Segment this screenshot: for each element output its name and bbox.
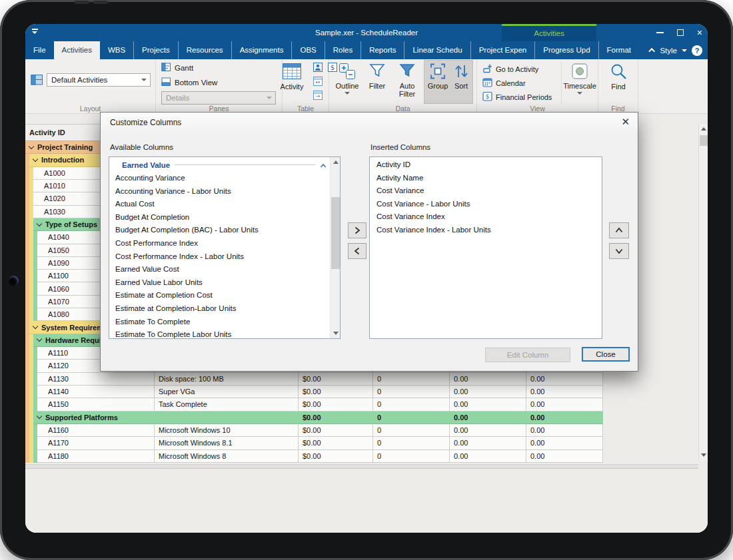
collapse-chevron-icon[interactable] bbox=[33, 324, 38, 329]
collapse-category-icon[interactable] bbox=[320, 159, 327, 171]
filter-button[interactable]: Filter bbox=[364, 63, 390, 91]
tab-format[interactable]: Format bbox=[598, 41, 639, 59]
activity-id: A1030 bbox=[37, 208, 65, 216]
available-column-item[interactable]: Estimate at Completion-Labor Units bbox=[110, 302, 329, 316]
available-column-item[interactable]: Actual Cost bbox=[110, 198, 329, 211]
tab-resources[interactable]: Resources bbox=[178, 41, 231, 59]
chevron-right-icon bbox=[354, 226, 361, 234]
sort-button[interactable]: Sort bbox=[450, 63, 472, 91]
scrollbar-thumb[interactable] bbox=[331, 197, 340, 269]
layout-view-combo[interactable]: Default Activities bbox=[47, 73, 151, 87]
activity-row[interactable]: A1150Task Complete$0.0000.000.00 bbox=[25, 398, 603, 411]
close-button[interactable]: × bbox=[697, 29, 702, 36]
dialog-title-bar: Customize Columns bbox=[101, 113, 638, 133]
inserted-column-item[interactable]: Cost Variance Index bbox=[371, 210, 600, 224]
expand-columns-icon[interactable]: ↔ bbox=[313, 77, 323, 89]
scroll-up-icon[interactable] bbox=[699, 124, 708, 134]
collapse-chevron-icon[interactable] bbox=[37, 414, 42, 419]
available-column-item[interactable]: Accounting Variance - Labor Units bbox=[110, 185, 329, 198]
tab-projects[interactable]: Projects bbox=[133, 41, 178, 59]
find-button[interactable]: Find bbox=[605, 63, 632, 91]
move-down-button[interactable] bbox=[609, 243, 629, 259]
financial-periods-button[interactable]: $ Financial Periods bbox=[482, 91, 552, 103]
help-icon[interactable]: ? bbox=[692, 45, 702, 56]
available-column-item[interactable]: Estimate To Complete Labor Units bbox=[110, 328, 329, 339]
available-column-item[interactable]: Budget At Completion bbox=[110, 211, 329, 224]
collapse-chevron-icon[interactable] bbox=[37, 220, 42, 226]
available-column-item[interactable]: Budget At Completion (BAC) - Labor Units bbox=[110, 224, 329, 237]
svg-text:$: $ bbox=[485, 93, 489, 100]
collapse-chevron-icon[interactable] bbox=[37, 336, 42, 342]
calendar-button[interactable]: Calendar bbox=[482, 77, 526, 89]
tab-linear-schedu[interactable]: Linear Schedu bbox=[404, 41, 470, 59]
scroll-down-icon[interactable] bbox=[699, 450, 708, 460]
activity-row[interactable]: A1170Microsoft Windows 8.1$0.0000.000.00 bbox=[25, 437, 603, 449]
style-menu[interactable]: Style bbox=[660, 47, 677, 55]
minimize-button[interactable] bbox=[656, 32, 664, 33]
move-left-button[interactable] bbox=[348, 243, 366, 259]
inserted-columns-list[interactable]: Activity IDActivity NameCost VarianceCos… bbox=[369, 156, 602, 339]
outline-button[interactable]: Outline bbox=[332, 63, 363, 95]
available-column-item[interactable]: Cost Performance Index - Labor Units bbox=[110, 250, 329, 264]
tab-reports[interactable]: Reports bbox=[361, 41, 404, 59]
available-column-item[interactable]: Earned Value Cost bbox=[110, 263, 329, 276]
bottom-view-toggle[interactable]: Bottom View bbox=[161, 77, 217, 88]
tab-assignments[interactable]: Assignments bbox=[231, 41, 292, 59]
tablet-frame: Sample.xer - ScheduleReader Activities ×… bbox=[0, 0, 733, 560]
close-dialog-button[interactable]: Close bbox=[582, 347, 630, 362]
move-right-button[interactable] bbox=[348, 222, 366, 238]
inserted-column-item[interactable]: Cost Variance - Labor Units bbox=[371, 198, 600, 211]
go-to-activity-button[interactable]: Go to Activity bbox=[482, 63, 538, 75]
category-header[interactable]: Earned Value bbox=[110, 158, 329, 172]
inserted-column-item[interactable]: Activity Name bbox=[371, 172, 600, 185]
available-column-item[interactable]: Earned Value Labor Units bbox=[110, 276, 329, 290]
available-columns-list[interactable]: Earned ValueAccounting VarianceAccountin… bbox=[109, 156, 341, 339]
scroll-up-icon[interactable] bbox=[331, 157, 341, 167]
tab-file[interactable]: File bbox=[25, 41, 54, 59]
inserted-column-item[interactable]: Cost Variance Index - Labor Units bbox=[371, 224, 600, 237]
vertical-scrollbar[interactable] bbox=[698, 124, 708, 460]
style-dropdown-icon[interactable] bbox=[682, 49, 687, 52]
tab-roles[interactable]: Roles bbox=[325, 41, 361, 59]
scroll-down-icon[interactable] bbox=[331, 328, 341, 338]
group-button[interactable]: Group bbox=[425, 63, 450, 91]
activity-row[interactable]: A1140Super VGa$0.0000.000.00 bbox=[25, 386, 603, 398]
tab-progress-upd[interactable]: Progress Upd bbox=[534, 41, 598, 59]
activity-id: A1160 bbox=[41, 426, 69, 434]
scrollbar-thumb[interactable] bbox=[700, 135, 708, 146]
maximize-button[interactable] bbox=[677, 29, 684, 36]
activity-row[interactable]: A1130Disk space: 100 MB$0.0000.000.00 bbox=[25, 373, 603, 386]
tab-obs[interactable]: OBS bbox=[291, 41, 324, 59]
available-column-item[interactable]: Cost Performance Index bbox=[110, 237, 329, 250]
horizontal-scrollbar[interactable] bbox=[25, 464, 698, 469]
collapse-chevron-icon[interactable] bbox=[33, 156, 38, 162]
ribbon-group-panes: Gantt Bottom View Details Panes bbox=[156, 59, 283, 113]
tab-activities[interactable]: Activities bbox=[54, 41, 100, 59]
dialog-close-icon[interactable]: ✕ bbox=[621, 117, 630, 127]
chevron-up-icon bbox=[615, 227, 623, 234]
calendar-icon bbox=[482, 77, 492, 89]
value-cell: 0 bbox=[373, 450, 450, 463]
collapse-chevron-icon[interactable] bbox=[29, 143, 34, 148]
inserted-column-item[interactable]: Activity ID bbox=[371, 158, 600, 172]
activity-row[interactable]: A1180Microsoft Windows 8$0.0000.000.00 bbox=[25, 450, 603, 463]
activity-table-button[interactable]: Activity bbox=[272, 62, 312, 91]
tab-wbs[interactable]: WBS bbox=[100, 41, 133, 59]
list-scrollbar[interactable] bbox=[330, 157, 340, 338]
group-row[interactable]: Supported Platforms$0.0000.000.00 bbox=[25, 412, 603, 424]
gantt-toggle[interactable]: Gantt bbox=[161, 63, 193, 73]
timescale-button[interactable]: Timescale bbox=[562, 63, 597, 95]
available-column-item[interactable]: Estimate To Complete bbox=[110, 316, 329, 329]
contextual-tab-label: Activities bbox=[502, 26, 596, 41]
available-column-item[interactable]: Accounting Variance bbox=[110, 172, 329, 185]
auto-filter-button[interactable]: Auto Filter bbox=[392, 63, 422, 98]
available-column-item[interactable]: Estimate at Completion Cost bbox=[110, 289, 329, 302]
move-up-button[interactable] bbox=[609, 222, 629, 238]
ribbon-group-table: Activity $ ↔ → Table bbox=[283, 59, 329, 113]
tab-project-expen[interactable]: Project Expen bbox=[470, 41, 535, 59]
fit-columns-icon[interactable]: → bbox=[313, 91, 323, 103]
inserted-column-item[interactable]: Cost Variance bbox=[371, 184, 600, 198]
resource-icon[interactable] bbox=[313, 63, 323, 75]
activity-row[interactable]: A1160Microsoft Windows 10$0.0000.000.00 bbox=[25, 424, 603, 437]
activity-id: A1050 bbox=[41, 246, 69, 254]
